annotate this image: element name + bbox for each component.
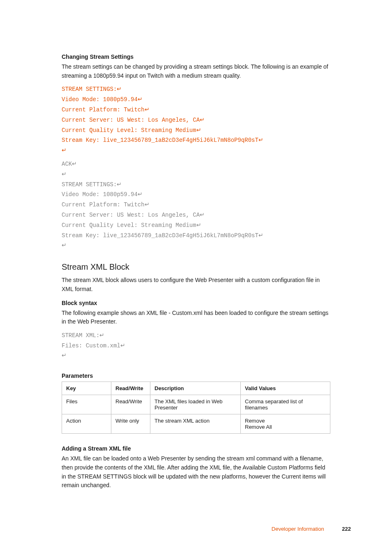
code-line: Files: Custom.xml <box>62 342 120 349</box>
cell-rw: Read/Write <box>111 395 150 414</box>
cell-valid: Comma separated list of filenames <box>241 395 330 414</box>
code-line: Current Server: US West: Los Angeles, CA <box>62 212 200 218</box>
code-line: Video Mode: 1080p59.94 <box>62 96 138 103</box>
heading-parameters: Parameters <box>62 372 330 379</box>
table-row: Files Read/Write The XML files loaded in… <box>62 395 330 414</box>
valid-value-line: Remove All <box>245 424 272 430</box>
newline-icon: ↵ <box>120 342 125 349</box>
newline-icon: ↵ <box>117 181 122 187</box>
cell-key: Action <box>62 414 111 434</box>
footer-section-label: Developer Information <box>272 526 324 532</box>
newline-icon: ↵ <box>138 96 143 102</box>
newline-icon: ↵ <box>62 352 67 358</box>
newline-icon: ↵ <box>62 242 67 248</box>
th-valid-values: Valid Values <box>241 382 330 395</box>
code-line: STREAM XML: <box>62 332 99 339</box>
code-line: Stream Key: live_123456789_1aB2cD3eF4gH5… <box>62 137 258 143</box>
newline-icon: ↵ <box>196 222 201 228</box>
code-line: STREAM SETTINGS: <box>62 86 117 92</box>
code-line: Current Server: US West: Los Angeles, CA <box>62 117 200 123</box>
newline-icon: ↵ <box>200 211 205 218</box>
th-readwrite: Read/Write <box>111 382 150 395</box>
newline-icon: ↵ <box>99 332 104 338</box>
newline-icon: ↵ <box>117 86 122 92</box>
cell-rw: Write only <box>111 414 150 434</box>
code-line: Current Platform: Twitch <box>62 106 145 113</box>
newline-icon: ↵ <box>138 191 143 197</box>
para-adding-stream-xml: An XML file can be loaded onto a Web Pre… <box>62 454 330 490</box>
code-line: Current Platform: Twitch <box>62 201 145 208</box>
newline-icon: ↵ <box>200 116 205 123</box>
para-changing-stream-settings: The stream settings can be changed by pr… <box>62 62 330 80</box>
para-stream-xml-intro: The stream XML block allows users to con… <box>62 276 330 294</box>
code-line: Stream Key: live_123456789_1aB2cD3eF4gH5… <box>62 232 258 239</box>
heading-changing-stream-settings: Changing Stream Settings <box>62 53 330 60</box>
page-content: Changing Stream Settings The stream sett… <box>0 0 392 490</box>
heading-adding-stream-xml: Adding a Stream XML file <box>62 445 330 452</box>
code-stream-xml: STREAM XML:↵ Files: Custom.xml↵ ↵ <box>62 331 330 361</box>
heading-block-syntax: Block syntax <box>62 300 330 306</box>
code-line: Video Mode: 1080p59.94 <box>62 191 138 198</box>
parameters-table: Key Read/Write Description Valid Values … <box>62 382 330 434</box>
heading-stream-xml-block: Stream XML Block <box>62 262 330 272</box>
newline-icon: ↵ <box>258 232 263 238</box>
code-stream-settings-request: STREAM SETTINGS:↵ Video Mode: 1080p59.94… <box>62 84 330 156</box>
newline-icon: ↵ <box>258 136 263 143</box>
para-block-syntax: The following example shows an XML file … <box>62 309 330 326</box>
cell-valid: Remove Remove All <box>241 414 330 434</box>
code-stream-settings-response: ACK↵ ↵ STREAM SETTINGS:↵ Video Mode: 108… <box>62 159 330 251</box>
th-description: Description <box>150 382 241 395</box>
code-line: Current Quality Level: Streaming Medium <box>62 127 196 134</box>
newline-icon: ↵ <box>62 171 67 177</box>
cell-desc: The XML files loaded in Web Presenter <box>150 395 241 414</box>
th-key: Key <box>62 382 111 395</box>
cell-key: Files <box>62 395 111 414</box>
code-line: STREAM SETTINGS: <box>62 181 117 188</box>
page-footer: Developer Information 222 <box>272 526 351 532</box>
footer-page-number: 222 <box>342 526 351 532</box>
code-line: ACK <box>62 161 72 167</box>
newline-icon: ↵ <box>145 106 150 113</box>
code-line: Current Quality Level: Streaming Medium <box>62 222 196 229</box>
valid-value-line: Remove <box>245 418 265 424</box>
newline-icon: ↵ <box>196 127 201 133</box>
newline-icon: ↵ <box>72 160 77 167</box>
cell-desc: The stream XML action <box>150 414 241 434</box>
newline-icon: ↵ <box>62 147 67 153</box>
table-row: Action Write only The stream XML action … <box>62 414 330 434</box>
newline-icon: ↵ <box>145 201 150 208</box>
table-header-row: Key Read/Write Description Valid Values <box>62 382 330 395</box>
